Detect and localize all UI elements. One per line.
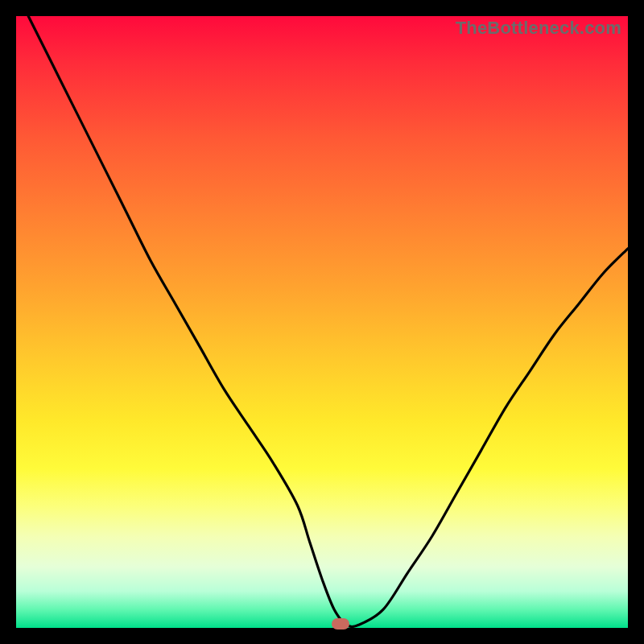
- chart-frame: TheBottleneck.com: [0, 0, 644, 644]
- minimum-marker: [332, 618, 349, 630]
- bottleneck-curve: [16, 16, 628, 628]
- curve-path: [28, 16, 628, 627]
- plot-area: TheBottleneck.com: [16, 16, 628, 628]
